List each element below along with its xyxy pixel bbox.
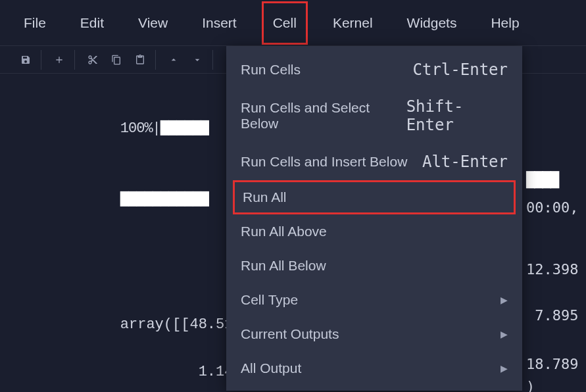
menu-run-cells[interactable]: Run Cells Ctrl-Enter [226,51,522,88]
menu-run-all-below[interactable]: Run All Below [226,249,522,283]
menu-cell-type[interactable]: Cell Type ▶ [226,283,522,317]
menu-label: Run All Above [241,224,327,239]
output-value: 7.895 [526,304,578,328]
output-value: ) [526,375,535,392]
menu-run-all-above[interactable]: Run All Above [226,214,522,249]
paste-button[interactable] [129,50,151,70]
menu-cell[interactable]: Cell [262,1,308,45]
output-value: 18.789 [526,353,578,376]
menu-run-all[interactable]: Run All [233,180,516,214]
progress-bar-icon: ██████ [160,120,208,137]
menu-label: Run All Below [241,258,326,274]
menu-insert[interactable]: Insert [198,7,241,39]
menu-shortcut: Ctrl-Enter [413,61,508,79]
add-cell-button[interactable] [48,50,70,70]
menu-shortcut: Shift-Enter [406,97,508,134]
menu-shortcut: Alt-Enter [422,153,508,171]
menu-widgets[interactable]: Widgets [403,7,461,39]
menu-label: Cell Type [241,292,298,308]
menu-kernel[interactable]: Kernel [329,7,377,39]
menu-view[interactable]: View [134,7,172,39]
cell-menu-dropdown: Run Cells Ctrl-Enter Run Cells and Selec… [226,46,522,391]
output-text: 1.145 [120,364,242,380]
menu-label: Run All [243,189,287,205]
progress-bar-icon: ████ [526,168,558,192]
chevron-right-icon: ▶ [501,363,508,374]
menu-run-insert-below[interactable]: Run Cells and Insert Below Alt-Enter [226,143,522,180]
progress-percent: 100%| [120,120,160,137]
output-value: 12.398 [526,258,578,282]
chevron-right-icon: ▶ [501,329,508,339]
output-time: 00:00, [526,196,578,220]
menu-label: Run Cells [241,62,301,78]
progress-bar-icon: ███████████ [120,191,208,208]
menu-file[interactable]: File [20,7,50,39]
menu-all-output[interactable]: All Output ▶ [226,351,522,385]
menu-label: Current Outputs [241,326,339,342]
output-text: array([[48.512 [120,316,242,333]
menu-current-outputs[interactable]: Current Outputs ▶ [226,317,522,351]
save-button[interactable] [14,50,37,70]
chevron-right-icon: ▶ [501,295,508,305]
menu-help[interactable]: Help [487,7,523,39]
menu-edit[interactable]: Edit [76,7,108,39]
menu-run-select-below[interactable]: Run Cells and Select Below Shift-Enter [226,88,522,143]
menu-label: Run Cells and Insert Below [241,154,407,170]
menu-label: All Output [241,360,301,376]
move-up-button[interactable] [162,50,185,70]
menubar: File Edit View Insert Cell Kernel Widget… [0,0,586,46]
copy-button[interactable] [105,50,128,70]
move-down-button[interactable] [186,50,208,70]
menu-label: Run Cells and Select Below [241,100,406,132]
cut-button[interactable] [82,50,104,70]
